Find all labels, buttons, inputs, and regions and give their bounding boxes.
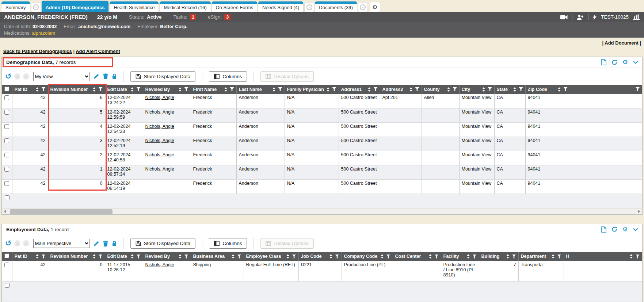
sort-icon[interactable] xyxy=(368,87,371,92)
sort-icon[interactable] xyxy=(232,254,235,259)
column-header-h[interactable]: H xyxy=(564,252,642,261)
sort-icon[interactable] xyxy=(552,254,555,259)
tab-needs-signed-4[interactable]: Needs Signed (4) xyxy=(258,1,303,12)
filter-icon[interactable] xyxy=(564,87,568,91)
sort-icon[interactable] xyxy=(630,254,633,259)
filter-icon[interactable] xyxy=(335,255,339,259)
scroll-left-icon[interactable] xyxy=(4,210,6,213)
filter-icon[interactable] xyxy=(473,255,477,259)
filter-icon[interactable] xyxy=(278,87,282,91)
column-header-city[interactable]: City xyxy=(459,85,494,94)
filter-icon[interactable] xyxy=(42,255,46,259)
tab-medical-record-16[interactable]: Medical Record (16) xyxy=(160,1,210,12)
sort-icon[interactable] xyxy=(179,87,182,92)
filter-icon[interactable] xyxy=(488,87,492,91)
revised-by-link[interactable]: Nichols, Angie xyxy=(145,152,174,157)
refresh-icon[interactable] xyxy=(611,60,617,65)
trash-icon[interactable] xyxy=(103,241,108,246)
column-header-revised_by[interactable]: Revised By xyxy=(143,252,191,261)
filter-icon[interactable] xyxy=(184,255,188,259)
popout-icon[interactable]: ↗ xyxy=(31,3,41,12)
revised-by-link[interactable]: Nichols, Angie xyxy=(145,110,174,115)
column-header-address1[interactable]: Address1 xyxy=(339,85,380,94)
revised-by-link[interactable]: Nichols, Angie xyxy=(145,262,174,267)
column-header-edit_date[interactable]: Edit Date xyxy=(105,252,143,261)
lock-icon[interactable] xyxy=(112,73,117,79)
new-row-checkbox[interactable] xyxy=(5,283,9,288)
row-checkbox[interactable] xyxy=(4,263,9,267)
gear-icon[interactable]: ⚙ xyxy=(622,59,628,65)
tab-documents-39[interactable]: Documents (39) xyxy=(315,1,357,12)
column-header-job_code[interactable]: Job Code xyxy=(298,252,342,261)
view-select[interactable]: Main Perspective xyxy=(33,239,90,248)
undo-icon[interactable]: ↺ xyxy=(5,73,12,80)
row-checkbox[interactable] xyxy=(4,138,9,143)
sort-icon[interactable] xyxy=(36,87,39,92)
sort-icon[interactable] xyxy=(429,254,432,259)
select-all-checkbox[interactable] xyxy=(4,253,9,258)
row-checkbox[interactable] xyxy=(4,124,9,129)
filter-icon[interactable] xyxy=(42,87,46,91)
medications-value[interactable]: alprazolam xyxy=(32,30,56,36)
column-header-first_name[interactable]: First Name xyxy=(191,85,236,94)
column-header-family_physician[interactable]: Family Physician xyxy=(285,85,339,94)
select-all-checkbox[interactable] xyxy=(4,87,9,91)
add-user-icon[interactable] xyxy=(577,15,584,20)
filter-icon[interactable] xyxy=(512,255,516,259)
filter-icon[interactable] xyxy=(292,255,296,259)
undo-icon[interactable]: ↺ xyxy=(5,240,12,247)
esign-badge[interactable]: 3 xyxy=(224,14,230,20)
column-header-company_code[interactable]: Company Code xyxy=(342,252,393,261)
new-row-checkbox[interactable] xyxy=(5,195,9,200)
column-header-facility[interactable]: Facility xyxy=(441,252,479,261)
filter-icon[interactable] xyxy=(137,87,141,91)
sort-icon[interactable] xyxy=(93,254,96,259)
scrollbar-thumb[interactable] xyxy=(10,209,113,214)
chevron-down-icon[interactable] xyxy=(633,228,638,231)
filter-icon[interactable] xyxy=(636,255,640,259)
filter-icon[interactable] xyxy=(519,87,523,91)
column-header-revision[interactable]: Revision Number xyxy=(48,85,105,94)
edit-pencil-icon[interactable] xyxy=(94,73,99,79)
filter-icon[interactable] xyxy=(99,87,103,91)
columns-button[interactable]: Columns xyxy=(209,71,247,82)
filter-icon[interactable] xyxy=(435,255,439,259)
filter-icon[interactable] xyxy=(374,87,378,91)
tab-health-surveillance[interactable]: Health Surveillance xyxy=(110,1,159,12)
sort-icon[interactable] xyxy=(327,87,329,92)
sort-icon[interactable] xyxy=(329,254,332,259)
filter-icon[interactable] xyxy=(137,255,141,259)
tab-summary[interactable]: Summary xyxy=(1,1,30,12)
filter-icon[interactable] xyxy=(184,87,188,91)
row-checkbox[interactable] xyxy=(4,167,9,172)
column-header-business_area[interactable]: Business Area xyxy=(191,252,244,261)
document-icon[interactable] xyxy=(601,226,606,233)
row-checkbox[interactable] xyxy=(4,153,9,157)
store-displayed-data-button[interactable]: Store Displayed Data xyxy=(130,238,196,249)
filter-icon[interactable] xyxy=(636,87,640,91)
gear-icon[interactable]: ⚙ xyxy=(622,226,628,233)
column-header-zip[interactable]: Zip Code xyxy=(525,85,570,94)
filter-icon[interactable] xyxy=(332,87,336,91)
tasks-badge[interactable]: 1 xyxy=(190,14,196,20)
tab-settings-gear-icon[interactable]: ⚙ xyxy=(370,2,380,12)
add-document-link[interactable]: Add Document xyxy=(605,40,638,46)
sort-icon[interactable] xyxy=(93,87,96,92)
lightning-bolt-icon[interactable] xyxy=(593,14,597,20)
popout-icon[interactable]: ↗ xyxy=(305,3,314,12)
view-select[interactable]: My View xyxy=(33,72,90,81)
sort-icon[interactable] xyxy=(513,87,516,92)
sort-icon[interactable] xyxy=(381,254,384,259)
edit-pencil-icon[interactable] xyxy=(94,241,99,246)
revised-by-link[interactable]: Nichols, Angie xyxy=(145,95,174,100)
filter-icon[interactable] xyxy=(557,255,561,259)
row-checkbox[interactable] xyxy=(4,181,9,186)
back-to-demographics-link[interactable]: Back to Patient Demographics xyxy=(3,49,72,54)
sort-icon[interactable] xyxy=(409,87,412,92)
column-header-address2[interactable]: Address2 xyxy=(380,85,422,94)
popout-icon[interactable]: ↗ xyxy=(358,3,367,12)
trash-icon[interactable] xyxy=(103,73,108,79)
revised-by-link[interactable]: Nichols, Angie xyxy=(145,167,174,172)
video-camera-icon[interactable] xyxy=(560,15,568,19)
chevron-down-icon[interactable] xyxy=(633,61,638,64)
